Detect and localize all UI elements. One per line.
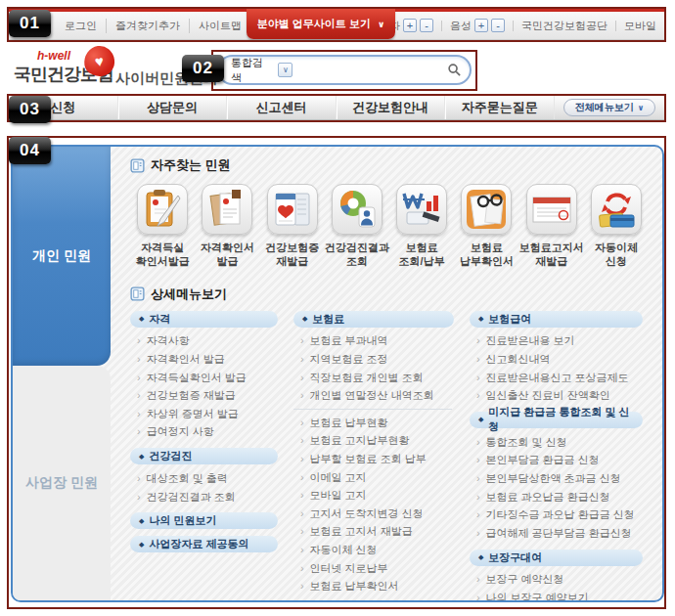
voice-plus-button[interactable]: + [474,19,488,32]
menu-link[interactable]: ›본인부담금 환급금 신청 [470,452,643,470]
menu-link[interactable]: ›자격확인서 발급 [130,350,278,369]
nav-item[interactable]: 상담문의 [118,96,228,119]
frequent-item[interactable]: 보험료조회/납부 [389,184,454,269]
menu-link[interactable]: ›이메일 고지 [293,468,454,487]
menu-link-label: 차상위 증명서 발급 [147,407,239,421]
item-bullet-icon: › [300,545,304,555]
all-menu-button[interactable]: 전체메뉴보기 ∨ [563,99,655,116]
frequent-item[interactable]: 자격득실확인서발급 [130,184,195,269]
frequent-item[interactable]: 보험료고지서재발급 [519,184,584,269]
diamond-bullet-icon: ◆ [139,315,144,323]
topbar-link[interactable]: 로그인 [56,19,106,33]
menu-link[interactable]: ›기타징수금 과오납 환급금 신청 [470,506,643,524]
diamond-bullet-icon: ◆ [478,416,483,423]
menu-link[interactable]: ›본인부담상한액 초과금 신청 [470,469,643,488]
menu-link-label: 건강검진결과 조회 [147,490,236,505]
menu-link[interactable]: ›건강보험증 재발급 [130,386,278,405]
text-size-minus-button[interactable]: - [420,19,433,32]
menu-link[interactable]: ›보험료 납부현황 [293,414,454,432]
diamond-bullet-icon: ◆ [139,453,144,461]
menu-section-label: 나의 민원보기 [149,513,216,528]
menu-link[interactable]: ›자격사항 [130,332,278,351]
menu-link[interactable]: ›지역보험료 조정 [293,350,454,369]
menu-link[interactable]: ›보장구 예약신청 [470,571,643,590]
voice-minus-button[interactable]: - [491,19,505,32]
menu-section-header[interactable]: ◆보험료 [293,311,454,328]
menu-link[interactable]: ›모바일 고지 [293,486,454,505]
search-button[interactable] [438,57,470,83]
menu-link[interactable]: ›진료받은내용신고 포상금제도 [470,369,643,387]
frequent-item[interactable]: 자동이체신청 [584,184,649,269]
menu-link-label: 자격확인서 발급 [147,352,225,367]
menu-section-header[interactable]: ◆건강검진 [130,448,278,464]
topbar-link[interactable]: 모바일 [624,19,656,33]
menu-link-label: 진료받은내용 보기 [486,333,575,348]
business-site-dropdown-label: 분야별 업무사이트 보기 [257,17,371,31]
menu-link[interactable]: ›고지서 도착지변경 신청 [293,505,454,523]
business-site-dropdown-button[interactable]: 분야별 업무사이트 보기 ∨ [247,9,395,39]
search-icon [447,63,462,77]
menu-link[interactable]: ›자격득실확인서 발급 [130,369,278,387]
menu-link[interactable]: ›대상조회 및 출력 [130,469,278,488]
menu-link[interactable]: ›보험료 납부확인서 [293,577,454,595]
menu-link[interactable]: ›보험료 과오납금 환급신청 [470,488,643,506]
menu-link-label: 보장구 예약신청 [486,572,564,587]
menu-link-label: 개인별 연말정산 내역조회 [310,388,434,403]
menu-link[interactable]: ›보험료 고지납부현황 [293,432,454,451]
all-menu-label: 전체메뉴보기 [575,101,634,114]
divider [513,21,514,31]
menu-link[interactable]: ›자동이체 신청 [293,541,454,559]
menu-section-header[interactable]: ◆보험급여 [470,311,643,328]
document-list-icon [130,158,145,173]
menu-link-label: 신고회신내역 [486,352,551,367]
menu-link[interactable]: ›건강검진결과 조회 [130,488,278,506]
menu-link[interactable]: ›인터넷 지로납부 [293,559,454,578]
menu-link[interactable]: ›직장보험료 개인별 조회 [293,369,454,387]
topbar-link[interactable]: 사이트맵 [189,19,250,33]
text-size-plus-button[interactable]: + [403,19,417,32]
menu-link-label: 급여정지 사항 [147,424,214,439]
frequent-item-label: 자동이체신청 [584,241,649,269]
sidebar: 개인 민원 사업장 민원 [13,147,111,600]
frequent-item[interactable]: 자격확인서발급 [195,184,259,269]
frequent-item[interactable]: 건강검진결과조회 [325,184,389,269]
frequent-item[interactable]: 보험료납부확인서 [454,184,518,269]
menu-link[interactable]: ›차상위 증명서 발급 [130,405,278,423]
frequent-item[interactable]: 건강보험증재발급 [260,184,325,269]
menu-link[interactable]: ›보험료 고지서 재발급 [293,523,454,542]
sidebar-tab-personal[interactable]: 개인 민원 [13,147,111,366]
menu-link[interactable]: ›급여해제 공단부담금 환급신청 [470,524,643,543]
item-bullet-icon: › [476,528,480,539]
topbar-link[interactable]: 국민건강보험공단 [521,19,608,33]
frequent-item-label: 보험료납부확인서 [454,241,518,269]
diamond-bullet-icon: ◆ [139,517,144,525]
menu-link[interactable]: ›급여정지 사항 [130,423,278,442]
nav-item[interactable]: 자주묻는질문 [445,96,555,119]
menu-link[interactable]: ›개인별 연말정산 내역조회 [293,386,454,405]
item-bullet-icon: › [476,574,480,585]
nav-item[interactable]: 건강보험안내 [337,96,446,119]
menu-section-header[interactable]: ◆자격 [130,311,278,328]
menu-link[interactable]: ›신고회신내역 [470,350,643,369]
menu-section-header[interactable]: ◆사업장자료 제공동의 [130,536,278,552]
main-content-box: 개인 민원 사업장 민원 자주찾는 민원 자격득실확인서발급자격확인서발급건강보… [11,145,664,602]
menu-link[interactable]: ›납부할 보험료 조회 납부 [293,450,454,468]
menu-section-header[interactable]: ◆나의 민원보기 [130,512,278,529]
menu-link[interactable]: ›보험료 부과내역 [293,332,454,351]
nav-items: 신청상담문의신고센터건강보험안내자주묻는질문 [9,96,555,119]
search-category-select[interactable]: 통합검색 ∨ [219,56,299,85]
menu-link[interactable]: ›나의 보장구 예약보기 [470,589,643,602]
nav-item[interactable]: 신고센터 [227,96,337,119]
sidebar-tab-business[interactable]: 사업장 민원 [13,366,111,600]
menu-section-header[interactable]: ◆보장구대여 [470,550,643,566]
chevron-down-icon: ∨ [638,104,645,112]
menu-section-header[interactable]: ◆미지급 환급금 통합조회 및 신청 [470,412,643,428]
topbar-link[interactable]: 즐겨찾기추가 [106,19,189,33]
menu-link[interactable]: ›임신출산 진료비 잔액확인 [470,386,643,405]
menu-link[interactable]: ›통합조회 및 신청 [470,433,643,452]
diamond-bullet-icon: ◆ [139,541,144,549]
menu-link[interactable]: ›진료받은내용 보기 [470,332,643,351]
item-bullet-icon: › [476,354,480,365]
search-input[interactable] [299,61,438,80]
menu-link-label: 자동이체 신청 [310,543,378,557]
